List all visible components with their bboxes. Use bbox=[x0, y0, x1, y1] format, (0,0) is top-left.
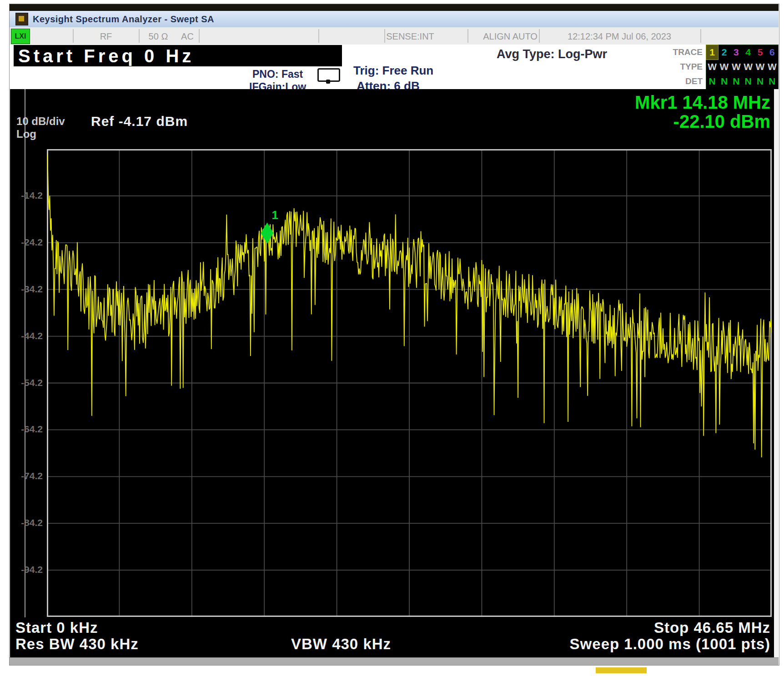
legend-trace-number-5: 5 bbox=[754, 45, 766, 60]
statusbar-rf[interactable]: RF bbox=[100, 31, 112, 42]
window-top-strip bbox=[9, 4, 779, 11]
legend-trace-number-2: 2 bbox=[718, 45, 730, 60]
scale-type-label: Log bbox=[16, 128, 36, 140]
legend-trace-type-6: W bbox=[766, 60, 778, 74]
legend-trace-detector-4: N bbox=[742, 74, 754, 89]
marker-frequency: Mkr1 14.18 MHz bbox=[10, 93, 770, 112]
y-axis-label: -54.2 bbox=[11, 377, 43, 388]
trace-legend[interactable]: 123456 WWWWWW NNNNNN bbox=[706, 45, 779, 90]
statusbar-sense[interactable]: SENSE:INT bbox=[386, 31, 434, 42]
window-title: Keysight Spectrum Analyzer - Swept SA bbox=[33, 14, 214, 25]
statusbar-separator bbox=[199, 29, 200, 43]
legend-type-label: TYPE bbox=[648, 62, 703, 72]
statusbar-separator bbox=[384, 29, 385, 43]
stop-freq-annotation[interactable]: Stop 46.65 MHz bbox=[10, 619, 770, 636]
app-icon bbox=[15, 13, 28, 25]
legend-det-label: DET bbox=[648, 76, 703, 86]
spectrum-graticule: 1 bbox=[47, 149, 772, 617]
legend-trace-type-3: W bbox=[730, 60, 742, 74]
legend-trace-detectors: NNNNNN bbox=[706, 74, 778, 89]
active-function-text: Start Freq 0 Hz bbox=[18, 46, 194, 66]
marker1-diamond[interactable] bbox=[261, 222, 274, 243]
pno-setting[interactable]: PNO: Fast bbox=[252, 68, 303, 80]
statusbar-separator bbox=[467, 29, 468, 43]
ext-reference-icon-dot bbox=[326, 80, 330, 84]
y-axis-labels: -14.2-24.2-34.2-44.2-54.2-64.2-74.2-84.2… bbox=[11, 149, 43, 617]
y-axis-label: -74.2 bbox=[11, 471, 43, 481]
legend-trace-detector-2: N bbox=[718, 74, 730, 89]
y-axis-label: -94.2 bbox=[11, 564, 43, 575]
legend-trace-number-1: 1 bbox=[706, 45, 718, 60]
window-bottom-strip bbox=[9, 657, 779, 665]
window-titlebar[interactable]: Keysight Spectrum Analyzer - Swept SA bbox=[9, 11, 779, 28]
y-axis-label: -24.2 bbox=[11, 237, 43, 248]
y-axis-label: -34.2 bbox=[11, 284, 43, 295]
legend-trace-type-4: W bbox=[742, 60, 754, 74]
legend-trace-detector-3: N bbox=[730, 74, 742, 89]
trigger-setting[interactable]: Trig: Free Run bbox=[353, 64, 433, 78]
legend-trace-detector-5: N bbox=[754, 74, 766, 89]
app-icon-glyph bbox=[19, 16, 24, 21]
statusbar-separator bbox=[139, 29, 140, 43]
taskbar-highlight bbox=[596, 667, 647, 673]
legend-trace-number-3: 3 bbox=[730, 45, 742, 60]
active-function-banner: Start Freq 0 Hz bbox=[14, 45, 342, 66]
ext-reference-icon bbox=[317, 68, 340, 82]
statusbar-align[interactable]: ALIGN AUTO bbox=[483, 31, 538, 42]
legend-trace-numbers: 123456 bbox=[706, 45, 778, 60]
y-axis-label: -14.2 bbox=[11, 190, 43, 201]
status-bar: LXI RF 50 Ω AC SENSE:INT ALIGN AUTO 12:1… bbox=[9, 27, 779, 45]
statusbar-separator bbox=[73, 29, 74, 43]
statusbar-timestamp[interactable]: 12:12:34 PM Jul 06, 2023 bbox=[568, 31, 671, 42]
scale-per-div-label: 10 dB/div bbox=[16, 115, 65, 128]
measurement-bar: Start Freq 0 Hz PNO: Fast IFGain:Low Tri… bbox=[9, 45, 779, 89]
statusbar-separator bbox=[318, 29, 319, 43]
statusbar-separator bbox=[539, 29, 540, 43]
y-axis-label: -64.2 bbox=[11, 424, 43, 435]
y-axis-label: -44.2 bbox=[11, 330, 43, 341]
ref-level-label[interactable]: Ref -4.17 dBm bbox=[91, 114, 188, 129]
marker1-number: 1 bbox=[272, 208, 278, 222]
statusbar-separator bbox=[700, 29, 701, 43]
legend-trace-detector-6: N bbox=[766, 74, 778, 89]
legend-trace-type-1: W bbox=[706, 60, 718, 74]
window-right-border bbox=[774, 89, 779, 657]
legend-trace-detector-1: N bbox=[706, 74, 718, 89]
sweep-annotation[interactable]: Sweep 1.000 ms (1001 pts) bbox=[10, 636, 770, 653]
screenshot-stage: Keysight Spectrum Analyzer - Swept SA LX… bbox=[0, 0, 784, 676]
y-axis-label: -84.2 bbox=[11, 517, 43, 528]
statusbar-coupling[interactable]: AC bbox=[181, 31, 194, 42]
legend-trace-types: WWWWWW bbox=[706, 60, 778, 74]
avg-type-setting[interactable]: Avg Type: Log-Pwr bbox=[497, 47, 607, 61]
grid-lines bbox=[47, 149, 772, 617]
legend-trace-type-5: W bbox=[754, 60, 766, 74]
legend-trace-number-6: 6 bbox=[766, 45, 778, 60]
legend-trace-type-2: W bbox=[718, 60, 730, 74]
lxi-indicator: LXI bbox=[11, 29, 30, 44]
legend-trace-number-4: 4 bbox=[742, 45, 754, 60]
statusbar-impedance[interactable]: 50 Ω bbox=[149, 31, 168, 42]
legend-trace-label: TRACE bbox=[648, 47, 703, 57]
